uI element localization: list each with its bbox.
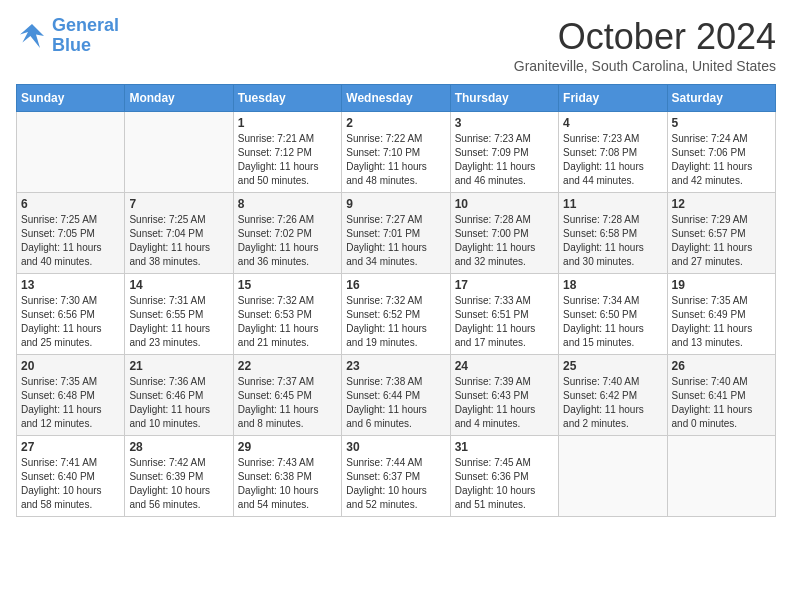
day-of-week-header: Monday xyxy=(125,85,233,112)
day-number: 18 xyxy=(563,278,662,292)
day-number: 4 xyxy=(563,116,662,130)
calendar-cell: 18Sunrise: 7:34 AM Sunset: 6:50 PM Dayli… xyxy=(559,274,667,355)
calendar-week-row: 6Sunrise: 7:25 AM Sunset: 7:05 PM Daylig… xyxy=(17,193,776,274)
calendar-cell: 2Sunrise: 7:22 AM Sunset: 7:10 PM Daylig… xyxy=(342,112,450,193)
cell-content: Sunrise: 7:38 AM Sunset: 6:44 PM Dayligh… xyxy=(346,375,445,431)
day-number: 31 xyxy=(455,440,554,454)
svg-marker-0 xyxy=(20,24,44,48)
day-number: 3 xyxy=(455,116,554,130)
cell-content: Sunrise: 7:32 AM Sunset: 6:53 PM Dayligh… xyxy=(238,294,337,350)
calendar-cell: 29Sunrise: 7:43 AM Sunset: 6:38 PM Dayli… xyxy=(233,436,341,517)
cell-content: Sunrise: 7:29 AM Sunset: 6:57 PM Dayligh… xyxy=(672,213,771,269)
calendar-cell: 3Sunrise: 7:23 AM Sunset: 7:09 PM Daylig… xyxy=(450,112,558,193)
day-number: 14 xyxy=(129,278,228,292)
cell-content: Sunrise: 7:23 AM Sunset: 7:09 PM Dayligh… xyxy=(455,132,554,188)
calendar-body: 1Sunrise: 7:21 AM Sunset: 7:12 PM Daylig… xyxy=(17,112,776,517)
page-header: General Blue October 2024 Graniteville, … xyxy=(16,16,776,74)
day-number: 15 xyxy=(238,278,337,292)
calendar-cell: 21Sunrise: 7:36 AM Sunset: 6:46 PM Dayli… xyxy=(125,355,233,436)
cell-content: Sunrise: 7:35 AM Sunset: 6:49 PM Dayligh… xyxy=(672,294,771,350)
calendar-cell: 1Sunrise: 7:21 AM Sunset: 7:12 PM Daylig… xyxy=(233,112,341,193)
month-title: October 2024 xyxy=(514,16,776,58)
calendar-cell: 24Sunrise: 7:39 AM Sunset: 6:43 PM Dayli… xyxy=(450,355,558,436)
calendar-cell xyxy=(667,436,775,517)
day-of-week-header: Tuesday xyxy=(233,85,341,112)
cell-content: Sunrise: 7:45 AM Sunset: 6:36 PM Dayligh… xyxy=(455,456,554,512)
day-number: 28 xyxy=(129,440,228,454)
day-of-week-header: Wednesday xyxy=(342,85,450,112)
day-number: 22 xyxy=(238,359,337,373)
calendar-cell: 26Sunrise: 7:40 AM Sunset: 6:41 PM Dayli… xyxy=(667,355,775,436)
day-number: 23 xyxy=(346,359,445,373)
cell-content: Sunrise: 7:28 AM Sunset: 7:00 PM Dayligh… xyxy=(455,213,554,269)
day-of-week-header: Saturday xyxy=(667,85,775,112)
cell-content: Sunrise: 7:34 AM Sunset: 6:50 PM Dayligh… xyxy=(563,294,662,350)
calendar-cell: 31Sunrise: 7:45 AM Sunset: 6:36 PM Dayli… xyxy=(450,436,558,517)
day-number: 11 xyxy=(563,197,662,211)
calendar-cell: 19Sunrise: 7:35 AM Sunset: 6:49 PM Dayli… xyxy=(667,274,775,355)
calendar-cell: 13Sunrise: 7:30 AM Sunset: 6:56 PM Dayli… xyxy=(17,274,125,355)
day-number: 1 xyxy=(238,116,337,130)
day-number: 7 xyxy=(129,197,228,211)
calendar-week-row: 13Sunrise: 7:30 AM Sunset: 6:56 PM Dayli… xyxy=(17,274,776,355)
logo: General Blue xyxy=(16,16,119,56)
cell-content: Sunrise: 7:35 AM Sunset: 6:48 PM Dayligh… xyxy=(21,375,120,431)
calendar-cell: 6Sunrise: 7:25 AM Sunset: 7:05 PM Daylig… xyxy=(17,193,125,274)
day-number: 26 xyxy=(672,359,771,373)
calendar-cell: 5Sunrise: 7:24 AM Sunset: 7:06 PM Daylig… xyxy=(667,112,775,193)
calendar-table: SundayMondayTuesdayWednesdayThursdayFrid… xyxy=(16,84,776,517)
location-text: Graniteville, South Carolina, United Sta… xyxy=(514,58,776,74)
cell-content: Sunrise: 7:40 AM Sunset: 6:42 PM Dayligh… xyxy=(563,375,662,431)
calendar-cell xyxy=(559,436,667,517)
calendar-cell: 30Sunrise: 7:44 AM Sunset: 6:37 PM Dayli… xyxy=(342,436,450,517)
calendar-cell: 20Sunrise: 7:35 AM Sunset: 6:48 PM Dayli… xyxy=(17,355,125,436)
cell-content: Sunrise: 7:30 AM Sunset: 6:56 PM Dayligh… xyxy=(21,294,120,350)
calendar-cell: 16Sunrise: 7:32 AM Sunset: 6:52 PM Dayli… xyxy=(342,274,450,355)
calendar-week-row: 27Sunrise: 7:41 AM Sunset: 6:40 PM Dayli… xyxy=(17,436,776,517)
cell-content: Sunrise: 7:28 AM Sunset: 6:58 PM Dayligh… xyxy=(563,213,662,269)
calendar-week-row: 20Sunrise: 7:35 AM Sunset: 6:48 PM Dayli… xyxy=(17,355,776,436)
cell-content: Sunrise: 7:22 AM Sunset: 7:10 PM Dayligh… xyxy=(346,132,445,188)
calendar-cell: 12Sunrise: 7:29 AM Sunset: 6:57 PM Dayli… xyxy=(667,193,775,274)
day-number: 25 xyxy=(563,359,662,373)
day-number: 27 xyxy=(21,440,120,454)
day-of-week-header: Friday xyxy=(559,85,667,112)
calendar-cell: 28Sunrise: 7:42 AM Sunset: 6:39 PM Dayli… xyxy=(125,436,233,517)
day-number: 29 xyxy=(238,440,337,454)
day-number: 12 xyxy=(672,197,771,211)
cell-content: Sunrise: 7:36 AM Sunset: 6:46 PM Dayligh… xyxy=(129,375,228,431)
day-number: 19 xyxy=(672,278,771,292)
calendar-cell: 11Sunrise: 7:28 AM Sunset: 6:58 PM Dayli… xyxy=(559,193,667,274)
calendar-cell: 15Sunrise: 7:32 AM Sunset: 6:53 PM Dayli… xyxy=(233,274,341,355)
day-number: 17 xyxy=(455,278,554,292)
calendar-cell: 17Sunrise: 7:33 AM Sunset: 6:51 PM Dayli… xyxy=(450,274,558,355)
day-number: 2 xyxy=(346,116,445,130)
day-of-week-header: Sunday xyxy=(17,85,125,112)
calendar-cell: 10Sunrise: 7:28 AM Sunset: 7:00 PM Dayli… xyxy=(450,193,558,274)
day-number: 21 xyxy=(129,359,228,373)
cell-content: Sunrise: 7:43 AM Sunset: 6:38 PM Dayligh… xyxy=(238,456,337,512)
calendar-cell: 9Sunrise: 7:27 AM Sunset: 7:01 PM Daylig… xyxy=(342,193,450,274)
day-number: 6 xyxy=(21,197,120,211)
cell-content: Sunrise: 7:39 AM Sunset: 6:43 PM Dayligh… xyxy=(455,375,554,431)
cell-content: Sunrise: 7:40 AM Sunset: 6:41 PM Dayligh… xyxy=(672,375,771,431)
day-number: 13 xyxy=(21,278,120,292)
logo-text: General Blue xyxy=(52,16,119,56)
title-block: October 2024 Graniteville, South Carolin… xyxy=(514,16,776,74)
calendar-week-row: 1Sunrise: 7:21 AM Sunset: 7:12 PM Daylig… xyxy=(17,112,776,193)
cell-content: Sunrise: 7:31 AM Sunset: 6:55 PM Dayligh… xyxy=(129,294,228,350)
cell-content: Sunrise: 7:32 AM Sunset: 6:52 PM Dayligh… xyxy=(346,294,445,350)
calendar-cell: 7Sunrise: 7:25 AM Sunset: 7:04 PM Daylig… xyxy=(125,193,233,274)
calendar-cell: 23Sunrise: 7:38 AM Sunset: 6:44 PM Dayli… xyxy=(342,355,450,436)
cell-content: Sunrise: 7:23 AM Sunset: 7:08 PM Dayligh… xyxy=(563,132,662,188)
day-number: 24 xyxy=(455,359,554,373)
calendar-header-row: SundayMondayTuesdayWednesdayThursdayFrid… xyxy=(17,85,776,112)
cell-content: Sunrise: 7:26 AM Sunset: 7:02 PM Dayligh… xyxy=(238,213,337,269)
day-of-week-header: Thursday xyxy=(450,85,558,112)
calendar-cell: 27Sunrise: 7:41 AM Sunset: 6:40 PM Dayli… xyxy=(17,436,125,517)
day-number: 30 xyxy=(346,440,445,454)
cell-content: Sunrise: 7:42 AM Sunset: 6:39 PM Dayligh… xyxy=(129,456,228,512)
cell-content: Sunrise: 7:33 AM Sunset: 6:51 PM Dayligh… xyxy=(455,294,554,350)
day-number: 5 xyxy=(672,116,771,130)
calendar-cell: 14Sunrise: 7:31 AM Sunset: 6:55 PM Dayli… xyxy=(125,274,233,355)
